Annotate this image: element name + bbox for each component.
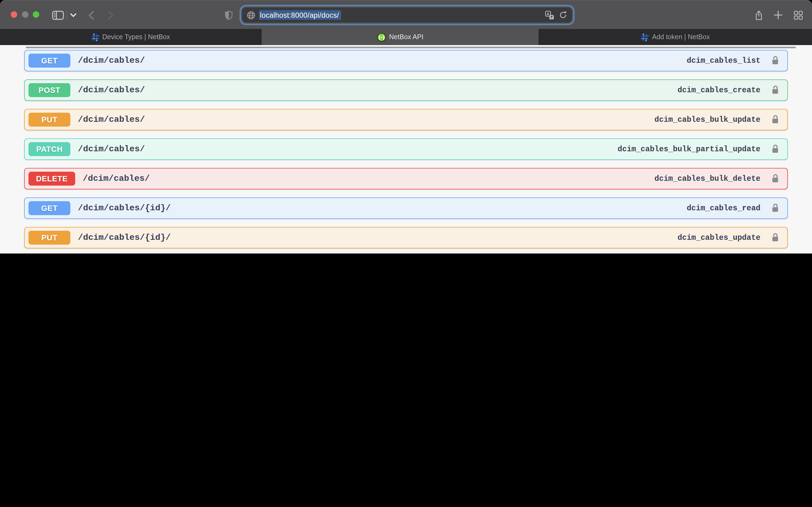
- auth-lock-button[interactable]: [771, 232, 779, 243]
- chevron-down-icon: [70, 13, 76, 17]
- zoom-button[interactable]: [33, 11, 39, 18]
- method-badge: POST: [29, 83, 70, 97]
- address-bar[interactable]: localhost:8000/api/docs/ A: [240, 5, 575, 25]
- operation-id: dcim_cables_update: [677, 233, 760, 242]
- window-controls: [11, 11, 39, 18]
- svg-text:{: {: [378, 34, 380, 40]
- operation-id: dcim_cables_bulk_delete: [654, 174, 760, 183]
- address-field[interactable]: localhost:8000/api/docs/ A: [242, 7, 572, 22]
- sidebar-icon: [52, 10, 64, 19]
- unlock-icon: [771, 203, 779, 214]
- unlock-icon: [771, 114, 779, 125]
- sidebar-button[interactable]: [51, 1, 65, 30]
- unlock-icon: [771, 232, 779, 243]
- section-divider: [26, 47, 796, 48]
- method-badge: PUT: [29, 231, 70, 245]
- method-badge: DELETE: [29, 172, 75, 186]
- operation-id: dcim_cables_create: [677, 86, 760, 95]
- url-text: localhost:8000/api/docs/: [259, 10, 341, 20]
- auth-lock-button[interactable]: [771, 55, 779, 66]
- endpoint-list: GET /dcim/cables/ dcim_cables_list POST …: [24, 50, 788, 253]
- endpoint-path: /dcim/cables/{id}/: [78, 203, 171, 213]
- browser-window: localhost:8000/api/docs/ A: [0, 0, 812, 253]
- netbox-favicon-icon: [91, 33, 99, 41]
- swagger-page: GET /dcim/cables/ dcim_cables_list POST …: [0, 45, 812, 253]
- operation-id: dcim_cables_read: [687, 204, 760, 213]
- endpoint-path: /dcim/cables/{id}/: [78, 233, 171, 242]
- close-button[interactable]: [11, 11, 17, 18]
- new-tab-button[interactable]: [772, 1, 784, 30]
- endpoint-path: /dcim/cables/: [78, 115, 145, 124]
- operation-id: dcim_cables_list: [687, 56, 760, 65]
- netbox-favicon-icon: [641, 33, 649, 41]
- method-badge: GET: [29, 201, 70, 215]
- tab-title: Add token | NetBox: [652, 33, 710, 41]
- chevron-left-icon: [89, 10, 94, 19]
- tab-netbox-api[interactable]: { } NetBox API: [261, 29, 539, 45]
- share-button[interactable]: [753, 1, 765, 30]
- minimize-button[interactable]: [22, 11, 28, 18]
- unlock-icon: [771, 173, 779, 184]
- api-row[interactable]: PUT /dcim/cables/{id}/ dcim_cables_updat…: [24, 227, 788, 248]
- chevron-right-icon: [108, 10, 113, 19]
- tab-device-types[interactable]: Device Types | NetBox: [0, 29, 261, 45]
- api-row[interactable]: PATCH /dcim/cables/ dcim_cables_bulk_par…: [24, 138, 788, 160]
- api-row[interactable]: GET /dcim/cables/ dcim_cables_list: [24, 50, 788, 71]
- operation-id: dcim_cables_bulk_update: [654, 115, 760, 124]
- grid-icon: [794, 10, 803, 19]
- tab-bar: Device Types | NetBox { } NetBox API: [0, 29, 812, 45]
- svg-text:}: }: [383, 34, 384, 40]
- method-badge: PATCH: [29, 142, 70, 156]
- plus-icon: [774, 11, 782, 19]
- back-button[interactable]: [86, 1, 97, 30]
- endpoint-path: /dcim/cables/: [83, 174, 150, 183]
- reload-button[interactable]: [559, 11, 567, 19]
- tab-group-dropdown[interactable]: [69, 1, 77, 30]
- unlock-icon: [771, 85, 779, 96]
- swagger-favicon-icon: { }: [377, 33, 386, 42]
- auth-lock-button[interactable]: [771, 173, 779, 184]
- endpoint-path: /dcim/cables/: [78, 144, 145, 154]
- tab-title: Device Types | NetBox: [102, 33, 170, 41]
- privacy-report-button[interactable]: [223, 1, 234, 30]
- unlock-icon: [771, 144, 779, 155]
- share-icon: [755, 10, 763, 20]
- translate-button[interactable]: A: [545, 10, 554, 19]
- unlock-icon: [771, 55, 779, 66]
- operation-id: dcim_cables_bulk_partial_update: [618, 145, 760, 154]
- api-row[interactable]: POST /dcim/cables/ dcim_cables_create: [24, 79, 788, 101]
- method-badge: GET: [29, 54, 70, 68]
- method-badge: PUT: [29, 113, 70, 127]
- toolbar-divider: [66, 11, 67, 19]
- auth-lock-button[interactable]: [771, 85, 779, 96]
- api-row[interactable]: PUT /dcim/cables/ dcim_cables_bulk_updat…: [24, 109, 788, 130]
- api-row[interactable]: DELETE /dcim/cables/ dcim_cables_bulk_de…: [24, 168, 788, 189]
- tab-title: NetBox API: [389, 33, 423, 41]
- globe-icon: [247, 11, 255, 19]
- browser-toolbar: localhost:8000/api/docs/ A: [0, 0, 812, 29]
- svg-text:A: A: [547, 11, 550, 16]
- tab-add-token[interactable]: Add token | NetBox: [539, 29, 811, 45]
- shield-icon: [225, 10, 233, 19]
- tab-overview-button[interactable]: [792, 1, 804, 30]
- api-row[interactable]: GET /dcim/cables/{id}/ dcim_cables_read: [24, 198, 788, 219]
- auth-lock-button[interactable]: [771, 114, 779, 125]
- auth-lock-button[interactable]: [771, 144, 779, 155]
- endpoint-path: /dcim/cables/: [78, 85, 145, 95]
- forward-button[interactable]: [105, 1, 116, 30]
- auth-lock-button[interactable]: [771, 203, 779, 214]
- endpoint-path: /dcim/cables/: [78, 56, 145, 65]
